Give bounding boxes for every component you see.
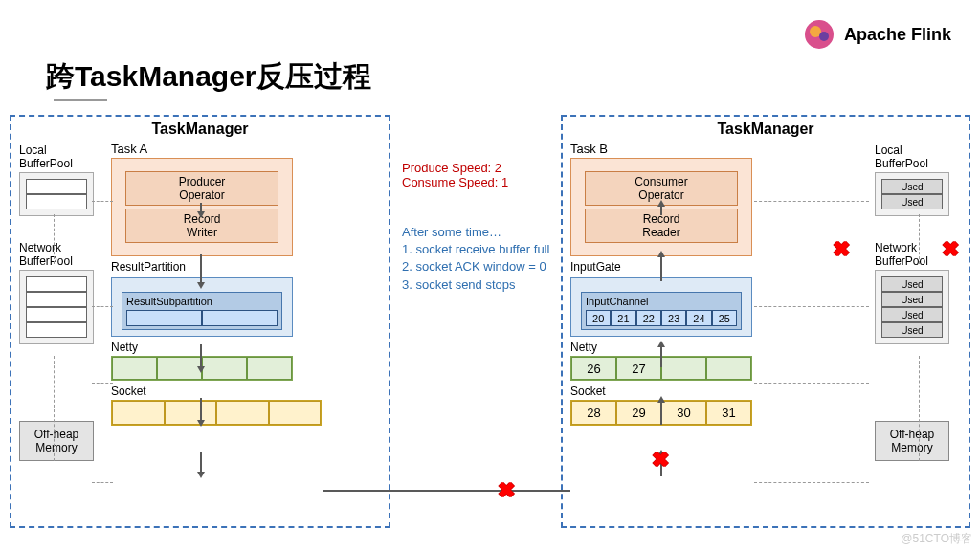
title-underline	[54, 99, 107, 101]
arrow-line	[660, 346, 662, 367]
rsp-label: ResultSubpartition	[126, 296, 212, 307]
socket-cell	[165, 401, 217, 425]
dashed-connector	[754, 306, 869, 307]
brand-header: Apache Flink	[802, 17, 951, 52]
socket-label-b: Socket	[570, 385, 762, 398]
arrow-line	[200, 254, 202, 283]
ic-cell: 22	[636, 310, 661, 326]
after-annotation: After some time… 1. socket receive buffe…	[402, 224, 574, 294]
netty-cell	[112, 357, 157, 380]
ic-cell: 25	[712, 310, 737, 326]
socket-cell: 29	[616, 401, 661, 425]
arrow-up-icon	[657, 251, 665, 257]
local-bufferpool-b: Used Used	[875, 172, 949, 216]
netty-label-b: Netty	[570, 341, 762, 354]
pool-cell	[26, 307, 87, 322]
arrow-line	[323, 490, 570, 492]
input-gate-label: InputGate	[570, 260, 762, 274]
block-x-icon: ✖	[498, 478, 515, 503]
socket-label-a: Socket	[111, 385, 301, 398]
block-x-icon: ✖	[652, 448, 669, 473]
socket-cell	[112, 401, 165, 425]
offheap-memory-a: Off-heap Memory	[19, 421, 94, 461]
arrow-line	[660, 256, 662, 281]
input-gate: InputChannel 20 21 22 23 24 25	[570, 277, 752, 337]
watermark: @51CTO博客	[901, 531, 972, 547]
netty-cell	[247, 357, 292, 380]
socket-cell	[269, 401, 322, 425]
task-a-label: Task A	[111, 142, 301, 156]
task-b-column: Task B Consumer Operator Record Reader I…	[570, 142, 762, 426]
dashed-connector	[92, 306, 113, 307]
flink-logo-icon	[802, 17, 836, 52]
pool-cell	[26, 322, 87, 338]
local-bufferpool-a	[19, 172, 94, 216]
socket-cell: 28	[571, 401, 616, 425]
netty-cell: 27	[616, 357, 661, 380]
rsp-cell	[126, 310, 202, 326]
input-channel: InputChannel 20 21 22 23 24 25	[581, 292, 742, 330]
dashed-connector	[92, 482, 113, 483]
network-bufferpool-a	[19, 270, 94, 344]
block-x-icon: ✖	[942, 237, 959, 262]
ic-cell: 20	[586, 310, 611, 326]
result-partition-label: ResultPartition	[111, 260, 301, 274]
producer-operator: Producer Operator	[125, 171, 278, 206]
tm-right-title: TaskManager	[567, 121, 965, 138]
offheap-memory-b: Off-heap Memory	[875, 421, 949, 461]
arrow-down-icon	[197, 366, 205, 373]
pool-cell-used: Used	[881, 292, 943, 307]
pool-cell	[26, 179, 87, 194]
svg-point-2	[819, 32, 829, 41]
pool-cell	[26, 276, 87, 292]
dashed-connector	[754, 482, 869, 483]
input-channel-cells: 20 21 22 23 24 25	[586, 310, 737, 326]
dashed-connector	[92, 383, 113, 384]
dashed-connector	[54, 214, 55, 264]
network-bufferpool-b: Used Used Used Used	[875, 270, 949, 344]
result-subpartition: ResultSubpartition	[122, 292, 282, 330]
speed-annotation: Produce Speed: 2 Consume Speed: 1	[402, 161, 574, 189]
page-title: 跨TaskManager反压过程	[46, 57, 371, 97]
block-x-icon: ✖	[833, 237, 850, 262]
task-b-label: Task B	[570, 142, 762, 156]
socket-cell: 30	[661, 401, 706, 425]
arrow-down-icon	[197, 472, 205, 478]
socket-a	[111, 400, 322, 426]
netty-cell	[706, 357, 751, 380]
pool-cell-used: Used	[881, 179, 943, 194]
dashed-connector	[54, 356, 55, 461]
socket-cell	[216, 401, 269, 425]
dashed-connector	[919, 214, 920, 264]
netty-cell	[202, 357, 247, 380]
ic-cell: 24	[686, 310, 711, 326]
ic-cell: 21	[611, 310, 635, 326]
netty-label-a: Netty	[111, 341, 301, 354]
dashed-connector	[92, 201, 113, 202]
rsp-cell	[202, 310, 278, 326]
arrow-up-icon	[657, 200, 665, 207]
pool-cell-used: Used	[881, 307, 943, 322]
pool-cell-used: Used	[881, 276, 943, 292]
right-pools-column: Local BufferPool Used Used Network Buffe…	[875, 142, 961, 461]
netty-cell	[661, 357, 706, 380]
left-pools-column: Local BufferPool Network BufferPool Off-…	[19, 142, 105, 461]
arrow-line	[200, 452, 202, 473]
dashed-connector	[754, 383, 869, 384]
dashed-connector	[754, 201, 869, 202]
dashed-connector	[919, 356, 920, 461]
pool-cell	[26, 194, 87, 209]
after-line-3: 3. socket send stops	[402, 276, 574, 294]
arrow-line	[200, 344, 202, 367]
consume-speed: Consume Speed: 1	[402, 175, 574, 189]
arrow-up-icon	[657, 341, 665, 347]
arrow-up-icon	[657, 396, 665, 403]
tm-left-title: TaskManager	[15, 121, 385, 138]
pool-cell-used: Used	[881, 322, 943, 338]
arrow-line	[660, 206, 662, 215]
pool-cell	[26, 292, 87, 307]
arrow-down-icon	[197, 211, 205, 218]
task-a-box: Producer Operator Record Writer	[111, 158, 293, 256]
pool-cell-used: Used	[881, 194, 943, 209]
task-a-column: Task A Producer Operator Record Writer R…	[111, 142, 301, 426]
